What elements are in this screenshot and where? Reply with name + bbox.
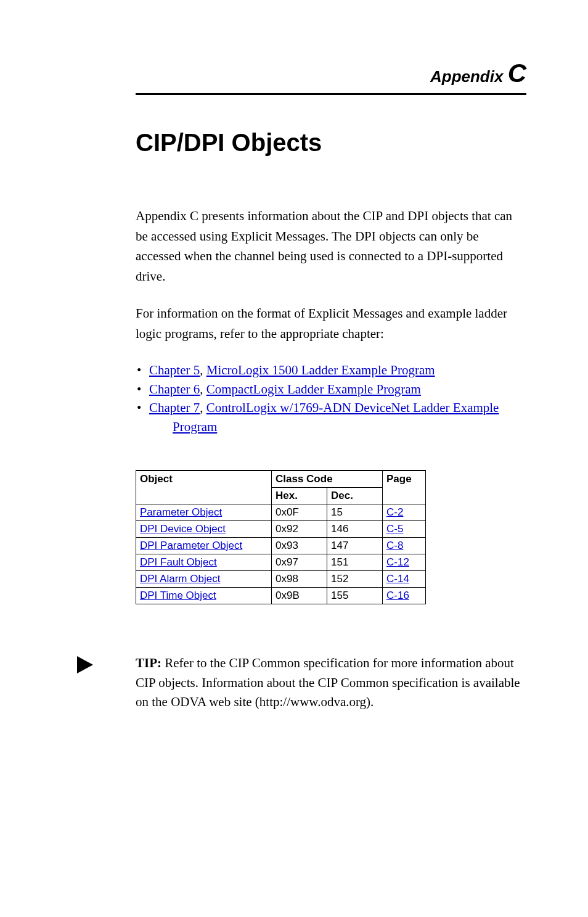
list-item: Chapter 6, CompactLogix Ladder Example P…: [136, 380, 526, 398]
object-link[interactable]: DPI Time Object: [140, 590, 216, 601]
appendix-header: Appendix C: [136, 59, 526, 88]
appendix-label: Appendix: [430, 67, 503, 86]
object-link[interactable]: DPI Fault Object: [140, 556, 217, 568]
page-title: CIP/DPI Objects: [136, 129, 526, 157]
cell-hex: 0x98: [272, 571, 327, 588]
tip-block: TIP: Refer to the CIP Common specificati…: [136, 654, 526, 712]
table-header-object: Object: [136, 471, 272, 504]
objects-table: Object Class Code Page Hex. Dec. Paramet…: [136, 470, 426, 604]
object-link[interactable]: DPI Alarm Object: [140, 573, 220, 585]
cell-dec: 147: [327, 538, 383, 554]
object-link[interactable]: DPI Parameter Object: [140, 540, 242, 551]
separator: ,: [200, 382, 206, 397]
cell-hex: 0x93: [272, 538, 327, 554]
list-item-continuation: Program: [136, 417, 526, 436]
table-row: DPI Time Object 0x9B 155 C-16: [136, 588, 426, 604]
table-row: DPI Device Object 0x92 146 C-5: [136, 521, 426, 538]
list-item: Chapter 7, ControlLogix w/1769-ADN Devic…: [136, 398, 526, 417]
tip-text: TIP: Refer to the CIP Common specificati…: [136, 654, 526, 712]
chapter-link[interactable]: Chapter 6: [149, 382, 200, 397]
intro-paragraph-1: Appendix C presents information about th…: [136, 206, 526, 286]
header-rule: [136, 93, 526, 95]
page-link[interactable]: C-5: [386, 523, 403, 535]
table-row: DPI Fault Object 0x97 151 C-12: [136, 554, 426, 571]
cell-hex: 0x9B: [272, 588, 327, 604]
table-row: DPI Parameter Object 0x93 147 C-8: [136, 538, 426, 554]
separator: ,: [200, 400, 206, 415]
table-header-classcode: Class Code: [272, 471, 383, 488]
table-row: DPI Alarm Object 0x98 152 C-14: [136, 571, 426, 588]
page-link[interactable]: C-14: [386, 573, 409, 585]
page-link[interactable]: C-12: [386, 556, 409, 568]
table-header-hex: Hex.: [272, 488, 327, 504]
list-item: Chapter 5, MicroLogix 1500 Ladder Exampl…: [136, 361, 526, 379]
table-header-dec: Dec.: [327, 488, 383, 504]
chapter-title-link[interactable]: ControlLogix w/1769-ADN DeviceNet Ladder…: [206, 400, 499, 415]
cell-dec: 15: [327, 504, 383, 521]
table-header-page: Page: [383, 471, 426, 504]
intro-paragraph-2: For information on the format of Explici…: [136, 303, 526, 343]
cell-dec: 151: [327, 554, 383, 571]
chapter-link-list: Chapter 5, MicroLogix 1500 Ladder Exampl…: [136, 361, 526, 436]
page-link[interactable]: C-16: [386, 590, 409, 601]
object-link[interactable]: DPI Device Object: [140, 523, 226, 535]
chapter-link[interactable]: Chapter 5: [149, 363, 200, 377]
tip-body: Refer to the CIP Common specification fo…: [136, 656, 520, 709]
cell-dec: 146: [327, 521, 383, 538]
cell-hex: 0x0F: [272, 504, 327, 521]
chapter-title-link[interactable]: CompactLogix Ladder Example Program: [206, 382, 421, 397]
cell-dec: 155: [327, 588, 383, 604]
table-row: Parameter Object 0x0F 15 C-2: [136, 504, 426, 521]
page-link[interactable]: C-8: [386, 540, 403, 551]
cell-dec: 152: [327, 571, 383, 588]
object-link[interactable]: Parameter Object: [140, 506, 222, 518]
triangle-icon: [77, 656, 93, 673]
appendix-letter: C: [508, 59, 526, 88]
chapter-title-link[interactable]: MicroLogix 1500 Ladder Example Program: [206, 363, 435, 377]
separator: ,: [200, 363, 206, 377]
chapter-link[interactable]: Chapter 7: [149, 400, 200, 415]
tip-label: TIP:: [136, 656, 161, 670]
cell-hex: 0x97: [272, 554, 327, 571]
cell-hex: 0x92: [272, 521, 327, 538]
page-link[interactable]: C-2: [386, 506, 403, 518]
chapter-title-link-cont[interactable]: Program: [173, 419, 217, 434]
